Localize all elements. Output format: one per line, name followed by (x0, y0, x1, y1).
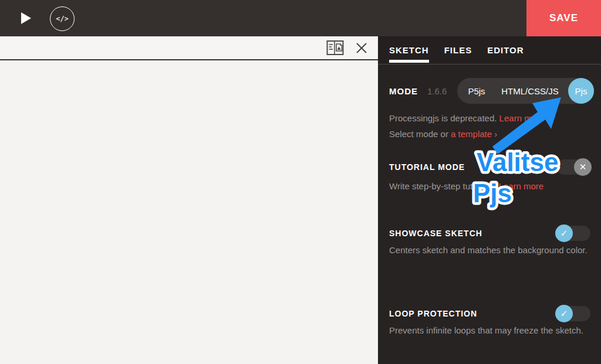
sketch-details-icon[interactable] (326, 40, 344, 56)
tutorial-learn-more-link[interactable]: Learn more (498, 181, 543, 191)
mode-option-htmlcssjs[interactable]: HTML/CSS/JS (496, 86, 564, 96)
showcase-sketch-title: SHOWCASE SKETCH (389, 229, 482, 238)
toggle-on-icon: ✓ (555, 224, 573, 242)
panel-tabbar: SKETCH FILES EDITOR (378, 36, 601, 64)
deprecated-text: Processingjs is deprecated. (389, 113, 497, 123)
toggle-on-icon: ✓ (555, 305, 573, 322)
tab-editor[interactable]: EDITOR (487, 36, 524, 64)
mode-option-pjs[interactable]: Pjs (568, 78, 594, 104)
template-link[interactable]: a template (451, 129, 492, 139)
code-icon: </> (56, 15, 69, 23)
mode-label: MODE (389, 86, 418, 96)
tutorial-mode-row: TUTORIAL MODE ✕ (389, 158, 590, 176)
mode-segmented-control: P5js HTML/CSS/JS Pjs (457, 78, 594, 104)
active-tab-indicator (389, 60, 429, 63)
close-icon[interactable] (354, 41, 369, 55)
topbar: </> SAVE (0, 0, 601, 36)
loop-protection-row: LOOP PROTECTION ✓ (389, 305, 590, 322)
tab-label: SKETCH (389, 45, 429, 55)
showcase-sketch-description: Centers sketch and matches the backgroun… (389, 244, 589, 257)
deprecated-notice: Processingjs is deprecated. Learn more (389, 112, 589, 125)
openprocessing-editor: </> SAVE (0, 0, 601, 364)
play-button[interactable] (16, 9, 35, 27)
select-mode-line: Select mode or a template › (389, 128, 589, 141)
tutorial-desc-text: Write step-by-step tutorials. (389, 181, 496, 191)
preview-panel (0, 36, 378, 364)
loop-protection-toggle[interactable]: ✓ (556, 306, 590, 321)
mode-option-p5js[interactable]: P5js (457, 86, 496, 96)
tutorial-mode-toggle[interactable]: ✕ (556, 159, 590, 175)
tutorial-mode-description: Write step-by-step tutorials. Learn more (389, 180, 589, 193)
showcase-sketch-toggle[interactable]: ✓ (556, 226, 590, 241)
code-view-button[interactable]: </> (50, 6, 75, 31)
loop-protection-description: Prevents infinite loops that may freeze … (389, 324, 589, 337)
chevron-right-icon: › (494, 129, 497, 139)
preview-toolbar (0, 36, 378, 60)
sketch-canvas (0, 62, 378, 364)
tutorial-mode-title: TUTORIAL MODE (389, 162, 465, 172)
loop-protection-title: LOOP PROTECTION (389, 309, 477, 318)
mode-version: 1.6.6 (427, 86, 447, 96)
tab-sketch[interactable]: SKETCH (389, 36, 429, 64)
mode-row: MODE 1.6.6 P5js HTML/CSS/JS Pjs (389, 78, 594, 104)
settings-panel: SKETCH FILES EDITOR MODE 1.6.6 P5js HTML… (378, 36, 601, 364)
tab-label: FILES (444, 45, 472, 55)
deprecated-learn-more-link[interactable]: Learn more (499, 113, 545, 123)
tab-files[interactable]: FILES (444, 36, 472, 64)
play-icon (21, 12, 31, 24)
tab-label: EDITOR (487, 45, 524, 55)
save-button[interactable]: SAVE (526, 0, 601, 36)
toggle-off-icon: ✕ (574, 158, 592, 176)
select-mode-text: Select mode or (389, 129, 448, 139)
showcase-sketch-row: SHOWCASE SKETCH ✓ (389, 224, 590, 242)
